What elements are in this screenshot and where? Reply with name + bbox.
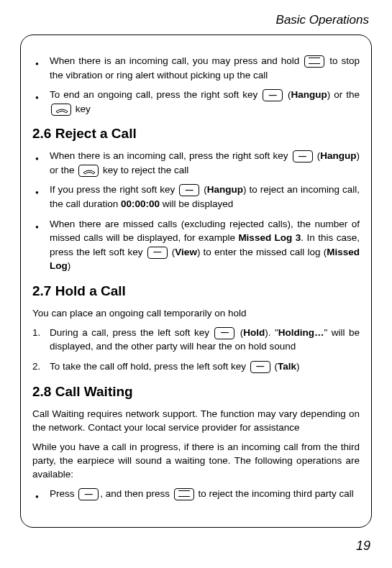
right-soft-key-icon — [293, 150, 313, 162]
bullet-item: When there is an incoming call, you may … — [32, 54, 360, 82]
bullet-marker — [32, 183, 50, 211]
section-heading-waiting: 2.8 Call Waiting — [32, 384, 360, 400]
waiting-p2: While you have a call in progress, if th… — [32, 440, 360, 481]
right-soft-key-icon — [179, 184, 199, 196]
bullet-marker — [32, 217, 50, 273]
bullet-marker — [32, 88, 50, 116]
number-marker: 1. — [32, 326, 50, 354]
bullet-text: If you press the right soft key (Hangup)… — [50, 183, 360, 211]
waiting-p1: Call Waiting requires network support. T… — [32, 407, 360, 434]
numbered-item: 1. During a call, press the left soft ke… — [32, 326, 360, 354]
bullet-marker — [32, 487, 50, 501]
zero-key-icon — [174, 488, 194, 500]
left-soft-key-icon — [147, 247, 168, 259]
numbered-text: During a call, press the left soft key (… — [50, 326, 360, 354]
page-header: Basic Operations — [20, 13, 372, 27]
bullet-text: When there are missed calls (excluding r… — [50, 217, 360, 273]
hangup-key-icon — [51, 104, 71, 116]
bullet-marker — [32, 149, 50, 177]
number-marker: 2. — [32, 359, 50, 374]
hold-intro-text: You can place an ongoing call temporaril… — [32, 306, 360, 320]
section-heading-reject: 2.6 Reject a Call — [32, 126, 360, 142]
page-number: 19 — [356, 539, 370, 554]
bullet-text: When there is an incoming call, press th… — [50, 149, 360, 177]
bullet-text: Press , and then press to reject the inc… — [50, 487, 360, 501]
zero-key-icon — [304, 55, 324, 68]
left-soft-key-icon — [214, 327, 234, 339]
bullet-item: Press , and then press to reject the inc… — [32, 487, 360, 501]
numbered-item: 2. To take the call off hold, press the … — [32, 359, 360, 374]
section-heading-hold: 2.7 Hold a Call — [32, 283, 360, 299]
left-soft-key-icon — [250, 361, 270, 373]
hangup-key-icon — [78, 165, 99, 177]
soft-key-icon — [78, 488, 99, 500]
right-soft-key-icon — [263, 89, 283, 101]
bullet-item: To end an ongoing call, press the right … — [32, 88, 360, 116]
bullet-item: If you press the right soft key (Hangup)… — [32, 183, 360, 211]
bullet-item: When there is an incoming call, press th… — [32, 149, 360, 177]
bullet-text: To end an ongoing call, press the right … — [50, 88, 360, 116]
bullet-marker — [32, 54, 50, 82]
bullet-item: When there are missed calls (excluding r… — [32, 217, 360, 273]
bullet-text: When there is an incoming call, you may … — [50, 54, 360, 82]
numbered-text: To take the call off hold, press the lef… — [50, 359, 360, 374]
content-frame: When there is an incoming call, you may … — [20, 35, 372, 528]
